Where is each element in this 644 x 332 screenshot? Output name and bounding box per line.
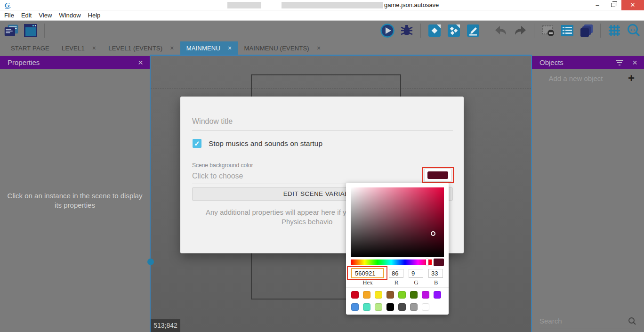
tab-bar: START PAGELEVEL1×LEVEL1 (EVENTS)×MAINMEN… [0,41,644,55]
close-icon[interactable]: × [632,57,637,68]
close-button[interactable]: ✕ [621,0,644,10]
green-input[interactable] [409,269,423,278]
window-title-field[interactable]: Window title [192,117,233,126]
preset-color-swatch[interactable] [422,291,429,299]
objects-panel-header: Objects × [532,56,644,69]
hex-label: Hex [358,279,377,286]
search-row [539,313,637,329]
preset-color-swatch[interactable] [398,291,406,299]
preset-color-swatch[interactable] [375,291,382,299]
stop-sounds-label: Stop musics and sounds on startup [209,139,322,148]
tab-mainmenu-events[interactable]: MAINMENU (EVENTS)× [238,41,327,55]
saturation-value-area[interactable] [351,187,444,257]
preview-objects-icon[interactable] [446,23,461,38]
panel-resize-handle[interactable] [147,259,154,265]
layers-icon[interactable] [579,23,594,38]
objects-panel: Objects × Add a new object + [532,55,644,332]
preset-color-swatch[interactable] [410,291,418,299]
add-object-row: Add a new object + [532,71,644,87]
preset-color-swatch[interactable] [351,291,359,299]
stop-sounds-row: ✓ Stop musics and sounds on startup [193,139,322,148]
tab-level1-events[interactable]: LEVEL1 (EVENTS)× [102,41,180,55]
restore-icon [611,3,615,7]
preview-object-icon[interactable] [427,23,442,38]
preset-color-swatch[interactable] [351,303,359,311]
menu-window[interactable]: Window [59,12,80,19]
preset-row-1 [351,291,441,299]
field-underline [192,130,453,130]
window-title-text: game.json.autosave [384,1,439,8]
menu-file[interactable]: File [4,12,14,19]
hue-slider-handle[interactable] [426,259,428,266]
tab-label: MAINMENU (EVENTS) [244,45,309,52]
color-picker-popup: Hex R G B [346,183,449,315]
undo-icon[interactable] [493,23,508,38]
redacted-path-block [282,2,383,8]
red-input[interactable] [389,269,403,278]
bg-color-value[interactable]: Click to choose [192,172,243,180]
gdevelop-logo-icon: G [4,1,12,9]
properties-empty-message: Click on an instance in the scene to dis… [4,191,145,210]
add-object-button[interactable]: + [628,72,635,85]
preset-color-swatch[interactable] [363,303,370,311]
blue-input[interactable] [428,269,443,278]
saturation-cursor[interactable] [431,231,435,236]
tab-mainmenu[interactable]: MAINMENU× [180,41,238,55]
toolbar-divider [420,24,421,38]
minimize-button[interactable]: – [589,0,605,10]
grid-icon[interactable] [607,23,622,38]
menu-help[interactable]: Help [88,12,101,19]
tab-close-icon[interactable]: × [92,44,96,52]
tab-start-page[interactable]: START PAGE [5,41,56,55]
objects-panel-title: Objects [539,58,615,66]
tab-close-icon[interactable]: × [170,44,174,52]
toolbar: 1:1 [0,21,644,41]
preset-color-swatch[interactable] [410,303,418,311]
hex-input[interactable] [351,268,384,278]
preset-color-swatch[interactable] [386,303,394,311]
svg-text:1:1: 1:1 [630,28,636,32]
tab-label: MAINMENU [186,45,220,52]
title-bar: G game.json.autosave – ✕ [0,0,644,10]
helper-text-line2: Physics behavio [282,218,332,226]
instances-list-icon[interactable] [560,23,575,38]
debug-icon[interactable] [399,23,414,38]
toolbar-divider [487,24,487,38]
redo-icon[interactable] [513,23,528,38]
svg-text:G: G [5,1,10,9]
preset-color-swatch[interactable] [375,303,382,311]
preview-play-icon[interactable] [380,23,395,38]
mask-visibility-icon[interactable] [540,23,555,38]
b-label: B [427,279,445,286]
close-icon[interactable]: × [138,57,143,68]
cursor-coordinates-badge: 513;842 [151,319,180,332]
project-manager-icon[interactable] [4,23,19,38]
preset-color-swatch[interactable] [386,291,394,299]
tab-close-icon[interactable]: × [317,44,321,52]
maximize-button[interactable] [605,0,621,10]
preset-color-swatch[interactable] [363,291,370,299]
scene-editor-window-icon[interactable] [23,23,38,38]
g-label: G [407,279,426,286]
hue-slider[interactable] [351,259,432,265]
bg-color-swatch [427,171,448,179]
properties-panel: Properties × Click on an instance in the… [0,55,150,332]
menu-view[interactable]: View [39,12,52,19]
properties-panel-title: Properties [8,58,138,66]
preset-color-swatch[interactable] [434,291,441,299]
stop-sounds-checkbox[interactable]: ✓ [193,139,201,148]
preset-color-swatch[interactable] [398,303,406,311]
search-input[interactable] [539,313,637,329]
gdevelop-window: G game.json.autosave – ✕ FileEditViewWin… [0,0,644,332]
preset-color-swatch[interactable] [422,303,429,311]
menu-edit[interactable]: Edit [21,12,32,19]
tab-level1[interactable]: LEVEL1× [56,41,102,55]
bg-color-swatch-button[interactable] [424,169,451,182]
properties-panel-header: Properties × [0,56,150,69]
filter-icon[interactable] [615,59,624,66]
tab-close-icon[interactable]: × [228,44,232,52]
redacted-path-block [227,2,261,8]
edit-scene-icon[interactable] [466,23,481,38]
tab-label: LEVEL1 (EVENTS) [108,45,162,52]
zoom-original-icon[interactable]: 1:1 [626,23,641,38]
